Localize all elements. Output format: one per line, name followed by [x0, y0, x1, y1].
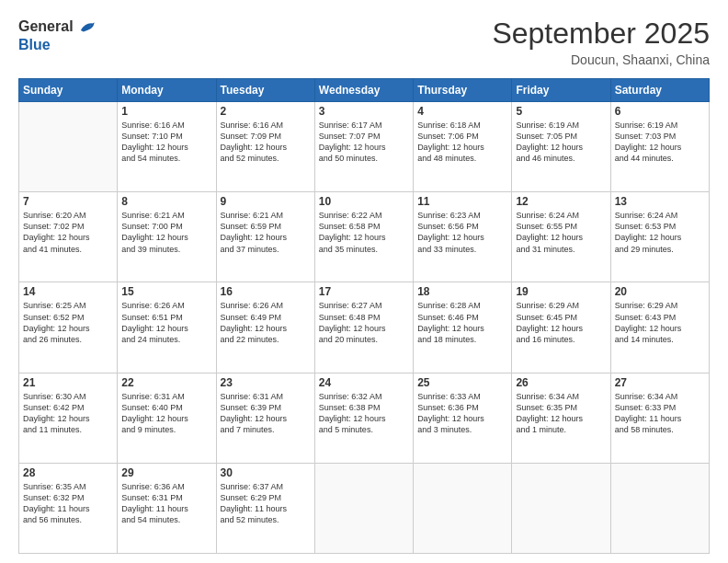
day-number: 28 [23, 466, 113, 479]
calendar-cell: 7Sunrise: 6:20 AM Sunset: 7:02 PM Daylig… [19, 192, 118, 282]
day-number: 10 [319, 195, 409, 208]
day-of-week-header: Thursday [414, 79, 512, 102]
day-number: 3 [319, 105, 409, 118]
day-info: Sunrise: 6:37 AM Sunset: 6:29 PM Dayligh… [221, 481, 311, 526]
calendar-week-row: 1Sunrise: 6:16 AM Sunset: 7:10 PM Daylig… [19, 102, 710, 192]
day-info: Sunrise: 6:31 AM Sunset: 6:40 PM Dayligh… [121, 391, 211, 436]
calendar-cell [512, 463, 610, 553]
day-number: 16 [221, 285, 311, 298]
calendar-cell: 18Sunrise: 6:28 AM Sunset: 6:46 PM Dayli… [414, 282, 512, 373]
day-info: Sunrise: 6:16 AM Sunset: 7:09 PM Dayligh… [221, 120, 311, 165]
calendar-cell: 10Sunrise: 6:22 AM Sunset: 6:58 PM Dayli… [314, 192, 413, 282]
calendar-cell: 11Sunrise: 6:23 AM Sunset: 6:56 PM Dayli… [414, 192, 512, 282]
day-of-week-header: Saturday [610, 79, 709, 102]
day-number: 12 [516, 195, 606, 208]
calendar-cell: 6Sunrise: 6:19 AM Sunset: 7:03 PM Daylig… [610, 102, 709, 192]
day-number: 13 [615, 195, 705, 208]
calendar-cell: 19Sunrise: 6:29 AM Sunset: 6:45 PM Dayli… [512, 282, 610, 373]
calendar-cell: 14Sunrise: 6:25 AM Sunset: 6:52 PM Dayli… [19, 282, 118, 373]
day-info: Sunrise: 6:33 AM Sunset: 6:36 PM Dayligh… [417, 391, 507, 436]
day-info: Sunrise: 6:27 AM Sunset: 6:48 PM Dayligh… [319, 300, 409, 345]
page: General Blue September 2025 Doucun, Shaa… [0, 0, 728, 563]
calendar-cell: 25Sunrise: 6:33 AM Sunset: 6:36 PM Dayli… [414, 373, 512, 463]
day-info: Sunrise: 6:36 AM Sunset: 6:31 PM Dayligh… [121, 481, 211, 526]
calendar-cell: 22Sunrise: 6:31 AM Sunset: 6:40 PM Dayli… [118, 373, 216, 463]
calendar-cell: 15Sunrise: 6:26 AM Sunset: 6:51 PM Dayli… [118, 282, 216, 373]
day-info: Sunrise: 6:26 AM Sunset: 6:51 PM Dayligh… [121, 300, 211, 345]
calendar-cell: 30Sunrise: 6:37 AM Sunset: 6:29 PM Dayli… [216, 463, 314, 553]
calendar-cell: 23Sunrise: 6:31 AM Sunset: 6:39 PM Dayli… [216, 373, 314, 463]
day-info: Sunrise: 6:21 AM Sunset: 6:59 PM Dayligh… [221, 210, 311, 255]
day-number: 21 [23, 376, 113, 389]
calendar-cell: 3Sunrise: 6:17 AM Sunset: 7:07 PM Daylig… [314, 102, 413, 192]
day-number: 2 [221, 105, 311, 118]
calendar-cell: 13Sunrise: 6:24 AM Sunset: 6:53 PM Dayli… [610, 192, 709, 282]
calendar-cell: 1Sunrise: 6:16 AM Sunset: 7:10 PM Daylig… [118, 102, 216, 192]
day-info: Sunrise: 6:19 AM Sunset: 7:05 PM Dayligh… [516, 120, 606, 165]
calendar-cell: 8Sunrise: 6:21 AM Sunset: 7:00 PM Daylig… [118, 192, 216, 282]
day-number: 9 [221, 195, 311, 208]
title-block: September 2025 Doucun, Shaanxi, China [492, 17, 710, 67]
logo-general-text: General [18, 18, 74, 35]
logo: General Blue [18, 17, 96, 53]
day-number: 22 [121, 376, 211, 389]
day-info: Sunrise: 6:20 AM Sunset: 7:02 PM Dayligh… [23, 210, 113, 255]
day-number: 26 [516, 376, 606, 389]
day-info: Sunrise: 6:30 AM Sunset: 6:42 PM Dayligh… [23, 391, 113, 436]
calendar-cell: 16Sunrise: 6:26 AM Sunset: 6:49 PM Dayli… [216, 282, 314, 373]
calendar-cell: 4Sunrise: 6:18 AM Sunset: 7:06 PM Daylig… [414, 102, 512, 192]
calendar-week-row: 14Sunrise: 6:25 AM Sunset: 6:52 PM Dayli… [19, 282, 710, 373]
day-number: 24 [319, 376, 409, 389]
day-of-week-header: Wednesday [314, 79, 413, 102]
day-info: Sunrise: 6:34 AM Sunset: 6:33 PM Dayligh… [615, 391, 705, 436]
day-number: 1 [121, 105, 211, 118]
day-number: 27 [615, 376, 705, 389]
day-info: Sunrise: 6:26 AM Sunset: 6:49 PM Dayligh… [221, 300, 311, 345]
day-number: 17 [319, 285, 409, 298]
day-info: Sunrise: 6:29 AM Sunset: 6:43 PM Dayligh… [615, 300, 705, 345]
day-number: 7 [23, 195, 113, 208]
calendar-cell: 12Sunrise: 6:24 AM Sunset: 6:55 PM Dayli… [512, 192, 610, 282]
day-info: Sunrise: 6:22 AM Sunset: 6:58 PM Dayligh… [319, 210, 409, 255]
day-of-week-header: Monday [118, 79, 216, 102]
day-info: Sunrise: 6:21 AM Sunset: 7:00 PM Dayligh… [121, 210, 211, 255]
day-info: Sunrise: 6:29 AM Sunset: 6:45 PM Dayligh… [516, 300, 606, 345]
day-number: 25 [417, 376, 507, 389]
logo-blue-text: Blue [18, 37, 51, 52]
day-info: Sunrise: 6:35 AM Sunset: 6:32 PM Dayligh… [23, 481, 113, 526]
calendar-cell: 26Sunrise: 6:34 AM Sunset: 6:35 PM Dayli… [512, 373, 610, 463]
calendar-cell [414, 463, 512, 553]
day-info: Sunrise: 6:24 AM Sunset: 6:55 PM Dayligh… [516, 210, 606, 255]
calendar-cell [314, 463, 413, 553]
month-title: September 2025 [492, 17, 710, 51]
calendar-cell [19, 102, 118, 192]
calendar-cell [610, 463, 709, 553]
calendar-week-row: 28Sunrise: 6:35 AM Sunset: 6:32 PM Dayli… [19, 463, 710, 553]
logo-bird-icon [75, 17, 96, 37]
day-number: 8 [121, 195, 211, 208]
day-info: Sunrise: 6:24 AM Sunset: 6:53 PM Dayligh… [615, 210, 705, 255]
day-info: Sunrise: 6:28 AM Sunset: 6:46 PM Dayligh… [417, 300, 507, 345]
day-number: 30 [221, 466, 311, 479]
day-info: Sunrise: 6:32 AM Sunset: 6:38 PM Dayligh… [319, 391, 409, 436]
day-number: 20 [615, 285, 705, 298]
calendar-cell: 2Sunrise: 6:16 AM Sunset: 7:09 PM Daylig… [216, 102, 314, 192]
calendar-cell: 27Sunrise: 6:34 AM Sunset: 6:33 PM Dayli… [610, 373, 709, 463]
day-number: 4 [417, 105, 507, 118]
day-of-week-header: Tuesday [216, 79, 314, 102]
day-number: 23 [221, 376, 311, 389]
calendar-cell: 21Sunrise: 6:30 AM Sunset: 6:42 PM Dayli… [19, 373, 118, 463]
day-info: Sunrise: 6:25 AM Sunset: 6:52 PM Dayligh… [23, 300, 113, 345]
day-number: 29 [121, 466, 211, 479]
day-info: Sunrise: 6:23 AM Sunset: 6:56 PM Dayligh… [417, 210, 507, 255]
calendar-week-row: 7Sunrise: 6:20 AM Sunset: 7:02 PM Daylig… [19, 192, 710, 282]
day-of-week-header: Friday [512, 79, 610, 102]
location: Doucun, Shaanxi, China [492, 52, 710, 67]
day-info: Sunrise: 6:34 AM Sunset: 6:35 PM Dayligh… [516, 391, 606, 436]
header: General Blue September 2025 Doucun, Shaa… [18, 17, 710, 67]
calendar-cell: 29Sunrise: 6:36 AM Sunset: 6:31 PM Dayli… [118, 463, 216, 553]
day-info: Sunrise: 6:31 AM Sunset: 6:39 PM Dayligh… [221, 391, 311, 436]
calendar-cell: 17Sunrise: 6:27 AM Sunset: 6:48 PM Dayli… [314, 282, 413, 373]
day-of-week-header: Sunday [19, 79, 118, 102]
calendar-week-row: 21Sunrise: 6:30 AM Sunset: 6:42 PM Dayli… [19, 373, 710, 463]
